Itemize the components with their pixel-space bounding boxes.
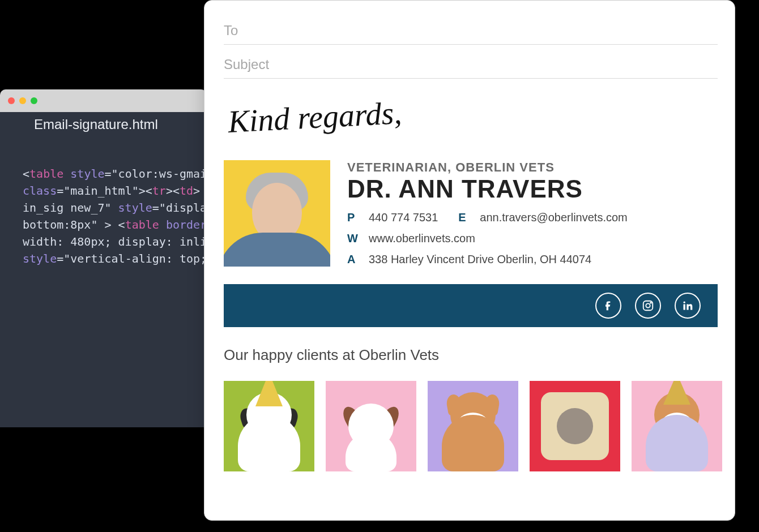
signature-block: VETERINARIAN, OBERLIN VETS DR. ANN TRAVE… [224, 160, 718, 274]
code-area[interactable]: <table style="color:ws-gmail-apiclass="m… [0, 137, 207, 267]
editor-titlebar [0, 89, 207, 112]
window-minimize-icon[interactable] [19, 97, 26, 104]
email-value[interactable]: ann.travers@oberlinvets.com [480, 211, 627, 224]
contact-row-phone-email: P 440 774 7531 E ann.travers@oberlinvets… [347, 211, 718, 224]
svg-point-1 [646, 303, 650, 307]
editor-tabbar: Email-signature.html [0, 112, 207, 137]
web-key: W [347, 232, 359, 245]
address-value: 338 Harley Vincent Drive Oberlin, OH 440… [369, 253, 591, 266]
headshot-shoulders [224, 233, 330, 267]
svg-rect-3 [684, 304, 685, 310]
linkedin-icon[interactable] [675, 293, 701, 319]
svg-point-4 [684, 302, 685, 303]
client-photo-5 [632, 381, 722, 471]
editor-tab[interactable]: Email-signature.html [22, 112, 207, 137]
instagram-icon[interactable] [635, 293, 661, 319]
address-key: A [347, 253, 359, 266]
subject-label: Subject [224, 57, 269, 72]
clients-heading: Our happy clients at Oberlin Vets [224, 346, 718, 364]
phone-key: P [347, 211, 359, 224]
subject-field[interactable]: Subject [224, 50, 718, 79]
web-value[interactable]: www.oberlinvets.com [369, 232, 475, 245]
client-photo-3 [428, 381, 518, 471]
clients-gallery [224, 381, 718, 471]
email-key: E [458, 211, 470, 224]
phone-value: 440 774 7531 [369, 211, 438, 224]
contact-row-address: A 338 Harley Vincent Drive Oberlin, OH 4… [347, 253, 718, 266]
to-field[interactable]: To [224, 16, 718, 45]
editor-tab-label: Email-signature.html [34, 117, 158, 132]
editor-tab-spacer [0, 112, 22, 137]
signoff-text: Kind regards, [227, 80, 719, 138]
client-photo-4 [530, 381, 620, 471]
headshot [224, 160, 330, 267]
signature-info: VETERINARIAN, OBERLIN VETS DR. ANN TRAVE… [347, 160, 718, 274]
social-bar [224, 284, 718, 327]
svg-point-2 [650, 302, 651, 303]
compose-window: To Subject Kind regards, VETERINARIAN, O… [204, 0, 735, 521]
window-maximize-icon[interactable] [31, 97, 37, 104]
client-photo-2 [326, 381, 416, 471]
to-label: To [224, 23, 238, 38]
contact-section: P 440 774 7531 E ann.travers@oberlinvets… [347, 211, 718, 266]
contact-row-web: W www.oberlinvets.com [347, 232, 718, 245]
client-photo-1 [224, 381, 314, 471]
code-editor-window: Email-signature.html <table style="color… [0, 89, 207, 427]
role-text: VETERINARIAN, OBERLIN VETS [347, 160, 718, 175]
facebook-icon[interactable] [595, 293, 621, 319]
name-text: DR. ANN TRAVERS [347, 175, 718, 203]
window-close-icon[interactable] [8, 97, 15, 104]
